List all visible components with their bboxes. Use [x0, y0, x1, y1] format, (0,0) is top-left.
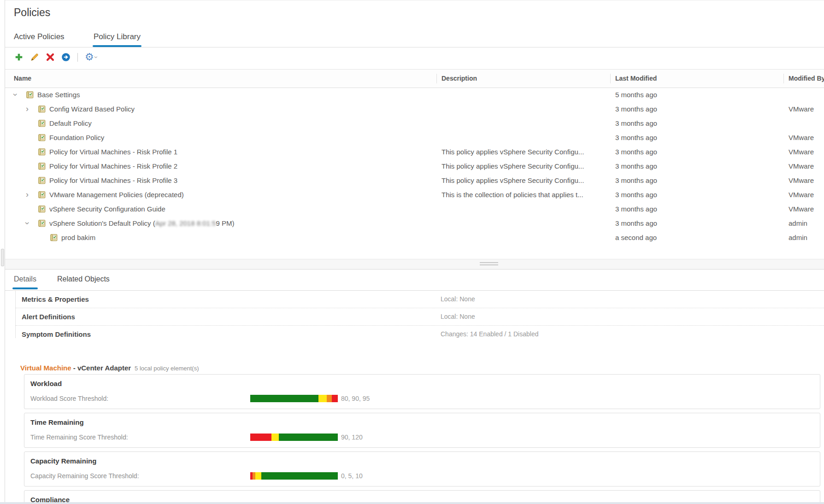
policy-details-list[interactable]: Metrics & Properties Local: None Alert D… [15, 291, 824, 338]
chevron-down-icon: › [93, 56, 100, 59]
threshold-bar [250, 472, 338, 480]
policy-last-modified: 3 months ago [615, 202, 767, 216]
expand-chevron[interactable] [26, 159, 38, 173]
tab-details[interactable]: Details [14, 275, 36, 283]
policy-scroll-icon [38, 219, 46, 228]
threshold-card-title: Workload [30, 380, 820, 388]
expand-chevron[interactable] [26, 202, 38, 216]
policy-last-modified: 3 months ago [615, 102, 767, 116]
arrow-right-circle-icon [61, 53, 71, 62]
expand-chevron[interactable] [26, 130, 38, 145]
horizontal-splitter[interactable] [5, 259, 824, 270]
apply-policy-button[interactable] [61, 53, 71, 62]
settings-menu-button[interactable]: ⚙ › [85, 53, 97, 62]
tab-active-policies[interactable]: Active Policies [14, 32, 65, 41]
policy-scroll-icon [38, 119, 46, 128]
policy-modified-by: VMware [789, 202, 824, 216]
policy-scroll-icon [26, 91, 34, 99]
add-policy-button[interactable] [14, 53, 24, 62]
splitter-grip-icon[interactable] [480, 262, 498, 266]
adapter-section-heading: Virtual Machine - vCenter Adapter5 local… [20, 364, 199, 372]
threshold-values: 80, 90, 95 [341, 394, 370, 403]
object-type-link[interactable]: Virtual Machine [20, 364, 71, 372]
expand-chevron[interactable]: › [14, 88, 26, 102]
policy-scroll-icon [38, 105, 46, 113]
threshold-card-title: Time Remaining [30, 418, 820, 427]
table-header: Name Description Last Modified Modified … [5, 69, 824, 88]
table-row[interactable]: Foundation Policy 3 months ago VMware [5, 130, 824, 145]
table-row[interactable]: Default Policy 3 months ago [5, 116, 824, 130]
table-row[interactable]: Policy for Virtual Machines - Risk Profi… [5, 145, 824, 159]
policy-scroll-icon [38, 148, 46, 156]
table-row[interactable]: Policy for Virtual Machines - Risk Profi… [5, 173, 824, 188]
threshold-label: Workload Score Threshold: [30, 395, 108, 402]
threshold-label: Time Remaining Score Threshold: [30, 434, 128, 441]
details-row: Symptom Definitions Changes: 14 Enabled … [16, 326, 824, 338]
expand-chevron[interactable]: › [26, 102, 38, 116]
table-row[interactable]: › Config Wizard Based Policy 3 months ag… [5, 102, 824, 116]
policy-name: Policy for Virtual Machines - Risk Profi… [49, 162, 177, 170]
delete-policy-button[interactable] [45, 53, 55, 62]
threshold-row: Workload Score Threshold: 80, 90, 95 [30, 394, 820, 403]
policy-modified-by: VMware [789, 173, 824, 188]
expand-chevron[interactable] [26, 116, 38, 130]
table-row[interactable]: prod bakim a second ago admin [5, 230, 824, 245]
threshold-label: Capacity Remaining Score Threshold: [30, 472, 139, 480]
expand-chevron[interactable]: › [26, 188, 38, 202]
table-row[interactable]: › vSphere Solution's Default Policy (Apr… [5, 216, 824, 230]
tab-related-objects[interactable]: Related Objects [57, 275, 110, 283]
window-bottom-edge [0, 502, 824, 504]
policy-scroll-icon [38, 191, 46, 199]
threshold-bar [250, 395, 338, 402]
left-pane-resize-grip[interactable] [1, 249, 4, 266]
policy-scroll-icon [38, 162, 46, 170]
threshold-card: Capacity Remaining Capacity Remaining Sc… [24, 451, 820, 486]
policy-tree-table: › Base Settings 5 months ago › [5, 88, 824, 245]
policy-modified-by: VMware [789, 130, 824, 145]
details-tabbar: Details Related Objects [5, 273, 824, 291]
policy-element-count: 5 local policy element(s) [135, 365, 199, 372]
policy-last-modified: 3 months ago [615, 188, 767, 202]
tab-policy-library[interactable]: Policy Library [94, 32, 141, 41]
details-row-label: Alert Definitions [22, 308, 75, 325]
policy-name: Config Wizard Based Policy [49, 105, 135, 113]
policy-last-modified: a second ago [615, 230, 767, 245]
threshold-row: Time Remaining Score Threshold: 90, 120 [30, 433, 820, 441]
column-header-name[interactable]: Name [14, 70, 31, 88]
policy-last-modified: 3 months ago [615, 130, 767, 145]
policy-name: Base Settings [37, 91, 80, 99]
expand-chevron[interactable] [26, 145, 38, 159]
threshold-row: Capacity Remaining Score Threshold: 0, 5… [30, 472, 820, 480]
policy-name: Default Policy [49, 119, 92, 127]
policy-name: Policy for Virtual Machines - Risk Profi… [49, 176, 177, 184]
table-row[interactable]: › VMware Management Policies (deprecated… [5, 188, 824, 202]
policy-last-modified: 3 months ago [615, 173, 767, 188]
policy-name: Policy for Virtual Machines - Risk Profi… [49, 148, 177, 156]
policy-last-modified: 3 months ago [615, 216, 767, 230]
policy-modified-by: VMware [789, 102, 824, 116]
details-row-value: Local: None [441, 291, 475, 308]
edit-policy-button[interactable] [29, 53, 39, 62]
collapsed-nav-rail [0, 0, 5, 504]
policy-modified-by: VMware [789, 145, 824, 159]
policy-modified-by: admin [789, 216, 824, 230]
policy-modified-by: admin [789, 230, 824, 245]
policies-tabbar: Active Policies Policy Library [5, 31, 824, 47]
table-row[interactable]: › Base Settings 5 months ago [5, 88, 824, 102]
details-row: Metrics & Properties Local: None [16, 291, 824, 308]
table-row[interactable]: Policy for Virtual Machines - Risk Profi… [5, 159, 824, 173]
policy-description: This is the collection of policies that … [441, 188, 613, 202]
threshold-card: Workload Workload Score Threshold: 80, 9… [24, 374, 820, 409]
column-header-description[interactable]: Description [441, 70, 477, 88]
table-row[interactable]: vSphere Security Configuration Guide 3 m… [5, 202, 824, 216]
details-row-label: Symptom Definitions [22, 326, 91, 338]
column-header-modified-by[interactable]: Modified By [789, 70, 824, 88]
pencil-icon [30, 53, 39, 62]
expand-chevron[interactable] [26, 173, 38, 188]
threshold-card: Time Remaining Time Remaining Score Thre… [24, 413, 820, 448]
expand-chevron[interactable]: › [26, 216, 38, 230]
column-header-last-modified[interactable]: Last Modified [615, 70, 657, 88]
expand-chevron[interactable] [38, 230, 50, 245]
policies-page: Policies Active Policies Policy Library [5, 0, 824, 504]
policy-last-modified: 5 months ago [615, 88, 767, 102]
